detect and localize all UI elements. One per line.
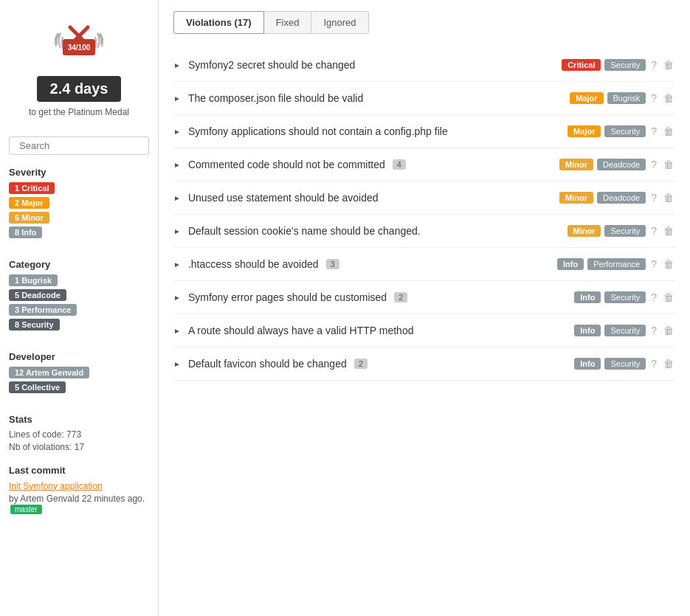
- severity-badge[interactable]: Info: [557, 258, 584, 270]
- delete-icon[interactable]: 🗑: [662, 92, 675, 104]
- search-box[interactable]: [9, 136, 149, 155]
- violation-title: Unused use statement should be avoided: [188, 192, 379, 204]
- expand-arrow-icon[interactable]: ►: [173, 94, 181, 103]
- category-title: Category: [9, 259, 149, 270]
- help-icon[interactable]: ?: [649, 291, 658, 303]
- nb-violations: Nb of violations: 17: [9, 442, 149, 452]
- platinum-text: to get the Platinum Medal: [29, 106, 129, 119]
- violation-item: ► Default session cookie's name should b…: [173, 215, 675, 248]
- stats-title: Stats: [9, 414, 149, 425]
- help-icon[interactable]: ?: [649, 358, 658, 370]
- delete-icon[interactable]: 🗑: [662, 358, 675, 370]
- violation-item: ► Default favicon should be changed 2 In…: [173, 347, 675, 381]
- last-commit-link[interactable]: Init Symfony application: [9, 481, 103, 491]
- violation-right: Minor Security ? 🗑: [567, 225, 676, 237]
- severity-major-tag[interactable]: 2 Major: [9, 197, 49, 209]
- category-badge[interactable]: Security: [604, 59, 646, 71]
- severity-minor-tag[interactable]: 6 Minor: [9, 212, 49, 224]
- violation-left: ► Default favicon should be changed 2: [173, 358, 574, 370]
- category-badge[interactable]: Deadcode: [597, 159, 646, 170]
- expand-arrow-icon[interactable]: ►: [173, 260, 181, 269]
- category-badge[interactable]: Security: [604, 125, 646, 137]
- violation-right: Minor Deadcode ? 🗑: [559, 159, 675, 170]
- violation-right: Minor Deadcode ? 🗑: [559, 192, 675, 204]
- severity-badge[interactable]: Major: [570, 92, 603, 104]
- delete-icon[interactable]: 🗑: [662, 192, 675, 204]
- category-badge[interactable]: Performance: [587, 258, 646, 270]
- severity-badge[interactable]: Minor: [559, 192, 593, 204]
- expand-arrow-icon[interactable]: ►: [173, 327, 181, 335]
- category-badge[interactable]: Deadcode: [597, 192, 646, 204]
- category-performance-tag[interactable]: 3 Performance: [9, 304, 77, 316]
- delete-icon[interactable]: 🗑: [662, 258, 675, 270]
- expand-arrow-icon[interactable]: ►: [173, 61, 181, 69]
- expand-arrow-icon[interactable]: ►: [173, 360, 181, 368]
- violation-right: Info Performance ? 🗑: [557, 258, 675, 270]
- last-commit-section: Last commit Init Symfony application by …: [9, 465, 149, 514]
- expand-arrow-icon[interactable]: ►: [173, 128, 181, 136]
- delete-icon[interactable]: 🗑: [662, 225, 675, 237]
- help-icon[interactable]: ?: [649, 225, 658, 237]
- severity-badge[interactable]: Info: [574, 325, 601, 336]
- developer-artem-tag[interactable]: 12 Artem Genvald: [9, 367, 89, 378]
- help-icon[interactable]: ?: [649, 92, 658, 104]
- help-icon[interactable]: ?: [649, 125, 658, 137]
- master-badge: master: [10, 505, 42, 514]
- help-icon[interactable]: ?: [649, 59, 658, 71]
- category-badge[interactable]: Security: [604, 358, 646, 370]
- violation-left: ► Default session cookie's name should b…: [173, 225, 567, 237]
- sidebar: 34/100 2.4 days to get the Platinum Meda…: [0, 0, 159, 616]
- violation-left: ► Unused use statement should be avoided: [173, 192, 559, 204]
- tab-fixed[interactable]: Fixed: [263, 11, 312, 34]
- tabs-bar: Violations (17) Fixed Ignored: [173, 11, 675, 34]
- tab-ignored[interactable]: Ignored: [311, 11, 368, 34]
- developer-tags: 12 Artem Genvald 5 Collective: [9, 367, 149, 393]
- expand-arrow-icon[interactable]: ►: [173, 194, 181, 202]
- last-commit-title: Last commit: [9, 465, 149, 476]
- violation-item: ► The composer.json file should be valid…: [173, 82, 675, 115]
- expand-arrow-icon[interactable]: ►: [173, 227, 181, 235]
- tab-violations[interactable]: Violations (17): [173, 11, 264, 34]
- developer-collective-tag[interactable]: 5 Collective: [9, 381, 66, 393]
- badge-icon: 34/100: [49, 11, 108, 70]
- search-input[interactable]: [19, 140, 143, 151]
- violation-left: ► Symfony applications should not contai…: [173, 125, 567, 137]
- expand-arrow-icon[interactable]: ►: [173, 294, 181, 302]
- expand-arrow-icon[interactable]: ►: [173, 161, 181, 169]
- severity-badge[interactable]: Major: [567, 125, 601, 137]
- violations-list: ► Symfony2 secret should be changed Crit…: [173, 49, 675, 381]
- category-badge[interactable]: Security: [604, 325, 646, 336]
- category-deadcode-tag[interactable]: 5 Deadcode: [9, 289, 66, 301]
- category-security-tag[interactable]: 8 Security: [9, 319, 60, 331]
- severity-badge[interactable]: Minor: [559, 159, 593, 170]
- delete-icon[interactable]: 🗑: [662, 59, 675, 71]
- severity-badge[interactable]: Info: [574, 291, 601, 303]
- violation-item: ► Symfony2 secret should be changed Crit…: [173, 49, 675, 82]
- category-badge[interactable]: Bugrisk: [607, 92, 646, 104]
- help-icon[interactable]: ?: [649, 192, 658, 204]
- severity-info-tag[interactable]: 8 Info: [9, 226, 42, 238]
- severity-badge[interactable]: Critical: [562, 59, 601, 71]
- delete-icon[interactable]: 🗑: [662, 159, 675, 170]
- category-tags: 1 Bugrisk 5 Deadcode 3 Performance 8 Sec…: [9, 274, 149, 331]
- developer-section: Developer 12 Artem Genvald 5 Collective: [9, 351, 149, 404]
- violation-title: Default favicon should be changed: [188, 358, 347, 370]
- svg-text:34/100: 34/100: [68, 44, 91, 52]
- delete-icon[interactable]: 🗑: [662, 325, 675, 336]
- violation-right: Info Security ? 🗑: [574, 358, 675, 370]
- delete-icon[interactable]: 🗑: [662, 291, 675, 303]
- severity-critical-tag[interactable]: 1 Critical: [9, 182, 55, 194]
- severity-badge[interactable]: Info: [574, 358, 601, 370]
- category-bugrisk-tag[interactable]: 1 Bugrisk: [9, 274, 58, 286]
- category-badge[interactable]: Security: [604, 291, 646, 303]
- severity-badge[interactable]: Minor: [567, 225, 601, 237]
- help-icon[interactable]: ?: [649, 258, 658, 270]
- help-icon[interactable]: ?: [649, 325, 658, 336]
- delete-icon[interactable]: 🗑: [662, 125, 675, 137]
- help-icon[interactable]: ?: [649, 159, 658, 170]
- lines-of-code: Lines of code: 773: [9, 429, 149, 440]
- category-badge[interactable]: Security: [604, 225, 646, 237]
- severity-section: Severity 1 Critical 2 Major 6 Minor 8 In…: [9, 167, 149, 249]
- violation-title: Commented code should not be committed: [188, 159, 385, 170]
- violation-item: ► Commented code should not be committed…: [173, 148, 675, 181]
